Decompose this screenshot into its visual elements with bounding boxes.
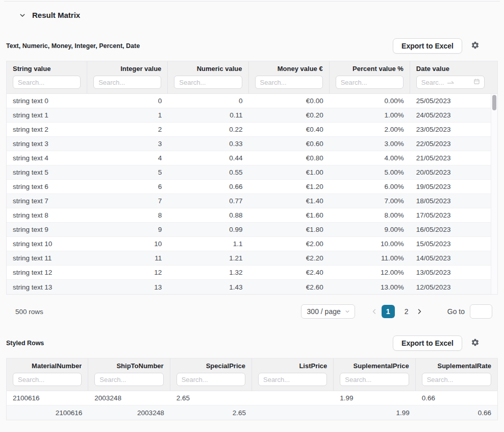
- table-row[interactable]: string text 440.44€0.804.00%21/05/2023: [7, 151, 491, 165]
- styled-rows-title: Styled Rows: [6, 340, 44, 347]
- column-search-input[interactable]: [13, 76, 81, 89]
- column-search-input[interactable]: [258, 373, 327, 386]
- cell: 1.1: [168, 240, 248, 248]
- table-row[interactable]: string text 11111.21€2.2011.00%14/05/202…: [7, 251, 491, 266]
- cell: €1.40: [249, 197, 330, 205]
- column-search-input[interactable]: [336, 76, 404, 89]
- cell: string text 13: [7, 283, 87, 291]
- table-row[interactable]: string text 12121.32€2.4012.00%13/05/202…: [7, 266, 491, 280]
- cell: 12/05/2023: [410, 283, 491, 291]
- vertical-scrollbar-track[interactable]: [491, 94, 497, 294]
- cell: 0.77: [168, 197, 248, 205]
- cell: 18/05/2023: [410, 197, 491, 205]
- table-row[interactable]: string text 880.88€1.608.00%17/05/2023: [7, 208, 491, 223]
- column-header-cell: Percent value %: [330, 61, 410, 93]
- table-row[interactable]: 210061620032482.651.990.66: [7, 391, 497, 405]
- table-row[interactable]: string text 770.77€1.407.00%18/05/2023: [7, 194, 491, 208]
- cell: 0.22: [168, 126, 248, 133]
- cell: string text 0: [7, 97, 87, 105]
- column-header-label: Money value €: [255, 65, 323, 73]
- cell: 21/05/2023: [410, 154, 491, 162]
- column-header-cell: SuplementalRate: [416, 358, 497, 391]
- export-to-excel-button[interactable]: Export to Excel: [393, 38, 462, 54]
- export-to-excel-button-2[interactable]: Export to Excel: [393, 335, 462, 351]
- cell: €0.80: [249, 154, 330, 162]
- cell: 16/05/2023: [410, 226, 491, 233]
- column-header-cell: String value: [7, 61, 87, 93]
- cell: string text 10: [7, 240, 87, 248]
- column-header-label: Integer value: [93, 65, 161, 73]
- goto-page-input[interactable]: [470, 304, 492, 319]
- table-row[interactable]: string text 13131.43€2.6013.00%12/05/202…: [7, 280, 491, 294]
- column-header-label: ShipToNumber: [94, 362, 163, 370]
- table-row[interactable]: string text 220.22€0.402.00%23/05/2023: [7, 123, 491, 137]
- cell: 1.32: [168, 269, 248, 276]
- cell: 0.00%: [330, 97, 410, 105]
- cell: 14/05/2023: [410, 254, 491, 262]
- calendar-icon: [473, 78, 480, 86]
- cell: 0.55: [168, 169, 248, 176]
- cell: 11.00%: [330, 254, 410, 262]
- cell: string text 3: [7, 140, 87, 148]
- next-page-button[interactable]: [414, 305, 425, 318]
- table-row[interactable]: string text 330.33€0.603.00%22/05/2023: [7, 137, 491, 151]
- column-search-input[interactable]: [174, 76, 242, 89]
- date-column-header-cell: Date value Searc...: [410, 61, 491, 93]
- column-search-input[interactable]: [93, 76, 161, 89]
- column-header-cell: SpecialPrice: [170, 358, 252, 391]
- column-header-cell: SuplementalPrice: [334, 358, 415, 391]
- column-search-input[interactable]: [422, 373, 491, 386]
- cell: 22/05/2023: [410, 140, 491, 148]
- cell: 0.66: [168, 183, 248, 190]
- swap-right-arrow-icon: [447, 78, 455, 86]
- cell: 24/05/2023: [410, 111, 491, 119]
- column-search-input[interactable]: [255, 76, 323, 89]
- cell: string text 7: [7, 197, 87, 205]
- cell: 2.00%: [330, 126, 410, 133]
- cell: 5: [87, 169, 168, 176]
- cell: €2.20: [249, 254, 330, 262]
- page-button-1[interactable]: 1: [382, 305, 395, 318]
- column-header-label: Percent value %: [336, 65, 404, 73]
- column-header-label: Numeric value: [174, 65, 242, 73]
- column-search-input[interactable]: [177, 373, 245, 386]
- table-settings-button-2[interactable]: [471, 338, 480, 348]
- table-row[interactable]: string text 990.99€1.809.00%16/05/2023: [7, 223, 491, 237]
- cell: €1.20: [249, 183, 330, 190]
- table-row[interactable]: string text 110.11€0.201.00%24/05/2023: [7, 108, 491, 123]
- table-settings-button[interactable]: [471, 41, 480, 51]
- table-row[interactable]: string text 10101.1€2.0010.00%15/05/2023: [7, 237, 491, 251]
- table-row[interactable]: string text 660.66€1.206.00%19/05/2023: [7, 180, 491, 194]
- cell: 0.99: [168, 226, 248, 233]
- cell: string text 1: [7, 111, 87, 119]
- cell: 23/05/2023: [410, 126, 491, 133]
- cell: €1.60: [249, 211, 330, 219]
- vertical-scrollbar-thumb[interactable]: [492, 95, 496, 110]
- column-search-input[interactable]: [13, 373, 82, 386]
- page-size-select[interactable]: 300 / page: [301, 304, 355, 319]
- column-header-cell: MaterialNumber: [7, 358, 88, 391]
- cell: €0.60: [249, 140, 330, 148]
- cell: 3.00%: [330, 140, 410, 148]
- gear-icon: [471, 338, 480, 348]
- page-button-2[interactable]: 2: [401, 305, 412, 318]
- column-search-input[interactable]: [340, 373, 409, 386]
- cell: string text 9: [7, 226, 87, 233]
- section-title: Result Matrix: [32, 11, 80, 19]
- cell: 8.00%: [330, 211, 410, 219]
- cell: €0.00: [249, 97, 330, 105]
- column-header-cell: ListPrice: [252, 358, 334, 391]
- table-row[interactable]: 210061620032482.651.990.66: [7, 405, 497, 420]
- table-row[interactable]: string text 000€0.000.00%25/05/2023: [7, 94, 491, 108]
- column-header-cell: Money value €: [249, 61, 330, 93]
- cell: 2003248: [88, 394, 170, 402]
- column-header-cell: ShipToNumber: [88, 358, 170, 391]
- date-search-input[interactable]: Searc...: [416, 76, 485, 89]
- result-matrix-collapse-header[interactable]: Result Matrix: [19, 11, 80, 19]
- table-row[interactable]: string text 550.55€1.005.00%20/05/2023: [7, 165, 491, 180]
- cell: 0.88: [168, 211, 248, 219]
- column-search-input[interactable]: [94, 373, 163, 386]
- previous-page-button[interactable]: [369, 305, 380, 318]
- cell: 2.65: [170, 394, 252, 402]
- cell: 10.00%: [330, 240, 410, 248]
